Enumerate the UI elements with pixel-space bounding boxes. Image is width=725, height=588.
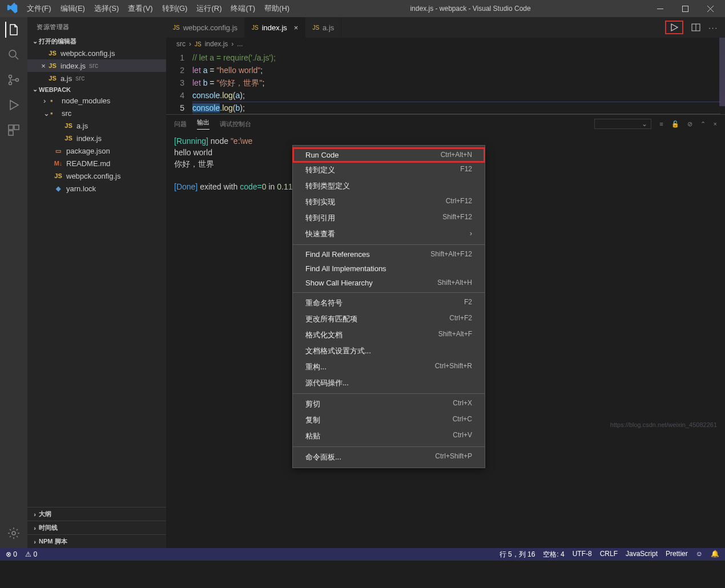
status-eol[interactable]: CRLF <box>600 550 618 559</box>
svg-rect-6 <box>9 125 13 130</box>
sidebar-title: 资源管理器 <box>27 17 166 36</box>
file-item[interactable]: ▭package.json <box>27 144 166 157</box>
settings-gear-icon[interactable] <box>6 525 22 541</box>
split-editor-icon[interactable] <box>691 23 700 32</box>
menu-go[interactable]: 转到(G) <box>158 1 192 16</box>
panel-tab-debug[interactable]: 调试控制台 <box>220 120 251 128</box>
svg-point-4 <box>9 82 12 85</box>
close-tab-icon[interactable]: × <box>294 23 299 32</box>
maximize-icon[interactable] <box>672 0 698 17</box>
clear-icon[interactable]: ⊘ <box>687 120 692 128</box>
open-editors-header[interactable]: ⌄打开的编辑器 <box>27 36 166 47</box>
vscode-logo-icon <box>7 3 18 14</box>
context-menu-item[interactable]: 更改所有匹配项Ctrl+F2 <box>293 311 485 327</box>
context-menu-item[interactable]: 剪切Ctrl+X <box>293 396 485 412</box>
run-code-button[interactable] <box>665 21 683 34</box>
svg-rect-1 <box>682 6 688 11</box>
title-bar: 文件(F) 编辑(E) 选择(S) 查看(V) 转到(G) 运行(R) 终端(T… <box>0 0 725 17</box>
file-item[interactable]: JSa.js <box>27 119 166 132</box>
output-channel-select[interactable]: ⌄ <box>594 119 651 129</box>
context-menu-item[interactable]: 转到类型定义 <box>293 178 485 194</box>
svg-rect-8 <box>9 131 13 135</box>
yarn-icon: ◆ <box>54 185 63 192</box>
timeline-header[interactable]: ›时间线 <box>27 521 166 534</box>
context-menu-item[interactable]: 转到引用Shift+F12 <box>293 210 485 226</box>
close-panel-icon[interactable]: × <box>714 120 717 127</box>
explorer-icon[interactable] <box>5 22 21 38</box>
menu-file[interactable]: 文件(F) <box>23 1 55 16</box>
status-spaces[interactable]: 空格: 4 <box>543 550 564 559</box>
context-menu-item[interactable]: 文档格式设置方式... <box>293 343 485 359</box>
context-menu-item[interactable]: 源代码操作... <box>293 375 485 391</box>
file-item[interactable]: M↓README.md <box>27 157 166 170</box>
explorer-sidebar: 资源管理器 ⌄打开的编辑器 JSwebpck.config.js ×JSinde… <box>27 17 166 548</box>
project-header[interactable]: ⌄WEBPACK <box>27 84 166 94</box>
panel-tab-output[interactable]: 输出 <box>197 118 210 130</box>
lock-icon[interactable]: 🔓 <box>671 120 679 128</box>
code-editor[interactable]: 12345 // let a = require('./a.js'); let … <box>166 50 725 114</box>
run-debug-icon[interactable] <box>6 97 22 113</box>
status-prettier[interactable]: Prettier <box>666 550 688 559</box>
context-menu-item[interactable]: 转到定义F12 <box>293 162 485 178</box>
file-item[interactable]: JSwebpck.config.js <box>27 170 166 182</box>
menu-selection[interactable]: 选择(S) <box>90 1 123 16</box>
close-icon[interactable] <box>698 0 723 17</box>
npm-icon: ▭ <box>54 147 63 155</box>
tab-a-js[interactable]: JSa.js <box>305 17 341 38</box>
status-warnings[interactable]: ⚠ 0 <box>25 550 37 558</box>
context-menu-item[interactable]: Find All ReferencesShift+Alt+F12 <box>293 247 485 261</box>
search-icon[interactable] <box>6 47 22 63</box>
svg-point-9 <box>12 531 15 535</box>
context-menu-item[interactable]: 命令面板...Ctrl+Shift+P <box>293 449 485 465</box>
context-menu-item[interactable]: 格式化文档Shift+Alt+F <box>293 327 485 343</box>
context-menu-item[interactable]: 重命名符号F2 <box>293 295 485 311</box>
status-language[interactable]: JavaScript <box>626 550 658 559</box>
open-editor-item[interactable]: JSa.jssrc <box>27 72 166 84</box>
svg-point-5 <box>16 79 19 82</box>
open-editor-item[interactable]: JSwebpck.config.js <box>27 47 166 59</box>
context-menu-item[interactable]: 复制Ctrl+C <box>293 412 485 428</box>
outline-header[interactable]: ›大纲 <box>27 507 166 521</box>
menu-edit[interactable]: 编辑(E) <box>57 1 89 16</box>
minimize-icon[interactable] <box>647 0 672 17</box>
file-item[interactable]: ◆yarn.lock <box>27 182 166 195</box>
svg-point-3 <box>9 75 12 78</box>
context-menu-item[interactable]: Run CodeCtrl+Alt+N <box>293 148 485 162</box>
chevron-up-icon[interactable]: ⌃ <box>700 120 706 128</box>
context-menu-item[interactable]: 粘贴Ctrl+V <box>293 428 485 444</box>
menu-view[interactable]: 查看(V) <box>124 1 156 16</box>
context-menu-item[interactable]: 重构...Ctrl+Shift+R <box>293 359 485 375</box>
filter-icon[interactable]: ≡ <box>659 120 663 127</box>
tab-webpck-config[interactable]: JSwebpck.config.js <box>166 17 245 38</box>
minimap[interactable] <box>719 38 725 106</box>
extensions-icon[interactable] <box>6 122 22 138</box>
status-cursor[interactable]: 行 5，列 16 <box>500 550 535 559</box>
source-control-icon[interactable] <box>6 72 22 88</box>
open-editor-item[interactable]: ×JSindex.jssrc <box>27 59 166 72</box>
context-menu-item[interactable]: 快速查看› <box>293 226 485 242</box>
context-menu-item[interactable]: Find All Implementations <box>293 261 485 276</box>
folder-node-modules[interactable]: ›▪node_modules <box>27 94 166 107</box>
status-encoding[interactable]: UTF-8 <box>573 550 592 559</box>
folder-src[interactable]: ⌄▪src <box>27 107 166 119</box>
context-menu-item[interactable]: 转到实现Ctrl+F12 <box>293 194 485 210</box>
context-menu-item[interactable]: Show Call HierarchyShift+Alt+H <box>293 276 485 290</box>
panel-tab-problems[interactable]: 问题 <box>174 120 187 128</box>
activity-bar <box>0 17 27 548</box>
watermark: https://blog.csdn.net/weixin_45082261 <box>610 421 717 428</box>
npm-scripts-header[interactable]: ›NPM 脚本 <box>27 534 166 548</box>
menu-help[interactable]: 帮助(H) <box>260 1 293 16</box>
menu-terminal[interactable]: 终端(T) <box>227 1 259 16</box>
more-actions-icon[interactable]: ··· <box>708 23 718 32</box>
svg-point-2 <box>9 50 16 57</box>
line-gutter: 12345 <box>166 51 192 114</box>
window-title: index.js - webpack - Visual Studio Code <box>293 5 647 13</box>
status-feedback-icon[interactable]: ☺ <box>696 550 703 559</box>
status-errors[interactable]: ⊗ 0 <box>6 550 17 558</box>
breadcrumb[interactable]: src›JSindex.js›... <box>166 38 725 50</box>
menu-run[interactable]: 运行(R) <box>192 1 225 16</box>
status-bell-icon[interactable]: 🔔 <box>711 550 719 559</box>
tab-index-js[interactable]: JSindex.js× <box>245 17 305 38</box>
file-item[interactable]: JSindex.js <box>27 132 166 144</box>
status-bar: ⊗ 0 ⚠ 0 行 5，列 16 空格: 4 UTF-8 CRLF JavaSc… <box>0 548 725 561</box>
